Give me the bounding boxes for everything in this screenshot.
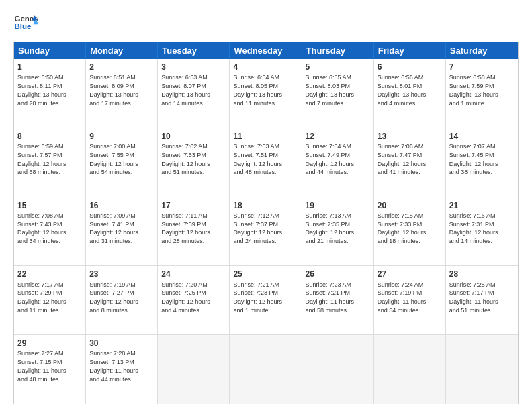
calendar: SundayMondayTuesdayWednesdayThursdayFrid… bbox=[13, 42, 519, 404]
day-info: Sunrise: 6:53 AM Sunset: 8:07 PM Dayligh… bbox=[161, 74, 210, 106]
day-info: Sunrise: 7:04 AM Sunset: 7:49 PM Dayligh… bbox=[306, 143, 355, 175]
weekday-header-saturday: Saturday bbox=[446, 42, 518, 59]
day-info: Sunrise: 7:16 AM Sunset: 7:31 PM Dayligh… bbox=[449, 212, 498, 244]
weekday-header-tuesday: Tuesday bbox=[158, 42, 230, 59]
calendar-cell-19: 19Sunrise: 7:13 AM Sunset: 7:35 PM Dayli… bbox=[302, 197, 374, 266]
day-number: 6 bbox=[378, 62, 442, 73]
svg-text:Blue: Blue bbox=[14, 22, 32, 30]
calendar-cell-28: 28Sunrise: 7:25 AM Sunset: 7:17 PM Dayli… bbox=[446, 266, 518, 334]
day-info: Sunrise: 7:19 AM Sunset: 7:27 PM Dayligh… bbox=[89, 281, 138, 314]
calendar-cell-18: 18Sunrise: 7:12 AM Sunset: 7:37 PM Dayli… bbox=[230, 197, 302, 266]
calendar-cell-empty-4-3 bbox=[230, 335, 302, 404]
day-info: Sunrise: 6:55 AM Sunset: 8:03 PM Dayligh… bbox=[306, 74, 355, 106]
day-info: Sunrise: 7:03 AM Sunset: 7:51 PM Dayligh… bbox=[233, 143, 282, 175]
day-info: Sunrise: 7:25 AM Sunset: 7:17 PM Dayligh… bbox=[449, 281, 498, 314]
calendar-cell-9: 9Sunrise: 7:00 AM Sunset: 7:55 PM Daylig… bbox=[86, 128, 158, 197]
calendar-cell-22: 22Sunrise: 7:17 AM Sunset: 7:29 PM Dayli… bbox=[14, 266, 86, 334]
weekday-header-sunday: Sunday bbox=[14, 42, 86, 59]
day-info: Sunrise: 6:58 AM Sunset: 7:59 PM Dayligh… bbox=[449, 74, 498, 106]
calendar-cell-29: 29Sunrise: 7:27 AM Sunset: 7:15 PM Dayli… bbox=[14, 335, 86, 404]
logo: General Blue bbox=[13, 11, 38, 35]
calendar-cell-6: 6Sunrise: 6:56 AM Sunset: 8:01 PM Daylig… bbox=[374, 59, 446, 128]
day-number: 13 bbox=[378, 131, 442, 142]
day-info: Sunrise: 7:20 AM Sunset: 7:25 PM Dayligh… bbox=[161, 281, 210, 314]
day-info: Sunrise: 7:07 AM Sunset: 7:45 PM Dayligh… bbox=[449, 143, 498, 175]
day-number: 27 bbox=[378, 269, 442, 279]
day-number: 15 bbox=[17, 200, 82, 211]
calendar-row-3: 22Sunrise: 7:17 AM Sunset: 7:29 PM Dayli… bbox=[14, 265, 518, 334]
day-info: Sunrise: 7:23 AM Sunset: 7:21 PM Dayligh… bbox=[306, 281, 355, 314]
day-info: Sunrise: 6:56 AM Sunset: 8:01 PM Dayligh… bbox=[378, 74, 427, 106]
day-info: Sunrise: 7:02 AM Sunset: 7:53 PM Dayligh… bbox=[161, 143, 210, 175]
day-info: Sunrise: 7:17 AM Sunset: 7:29 PM Dayligh… bbox=[17, 281, 66, 314]
calendar-cell-20: 20Sunrise: 7:15 AM Sunset: 7:33 PM Dayli… bbox=[374, 197, 446, 266]
calendar-row-0: 1Sunrise: 6:50 AM Sunset: 8:11 PM Daylig… bbox=[14, 59, 518, 128]
calendar-cell-7: 7Sunrise: 6:58 AM Sunset: 7:59 PM Daylig… bbox=[446, 59, 518, 128]
day-number: 8 bbox=[17, 131, 82, 142]
day-info: Sunrise: 7:13 AM Sunset: 7:35 PM Dayligh… bbox=[306, 212, 355, 244]
day-number: 22 bbox=[17, 269, 82, 279]
calendar-cell-16: 16Sunrise: 7:09 AM Sunset: 7:41 PM Dayli… bbox=[86, 197, 158, 266]
generalblue-logo-icon: General Blue bbox=[13, 11, 38, 35]
day-info: Sunrise: 7:08 AM Sunset: 7:43 PM Dayligh… bbox=[17, 212, 66, 244]
day-info: Sunrise: 7:12 AM Sunset: 7:37 PM Dayligh… bbox=[233, 212, 282, 244]
calendar-cell-empty-4-4 bbox=[302, 335, 374, 404]
calendar-cell-21: 21Sunrise: 7:16 AM Sunset: 7:31 PM Dayli… bbox=[446, 197, 518, 266]
weekday-header-thursday: Thursday bbox=[302, 42, 374, 59]
day-info: Sunrise: 7:11 AM Sunset: 7:39 PM Dayligh… bbox=[161, 212, 210, 244]
day-info: Sunrise: 7:21 AM Sunset: 7:23 PM Dayligh… bbox=[233, 281, 282, 314]
day-number: 10 bbox=[161, 131, 226, 142]
calendar-cell-13: 13Sunrise: 7:06 AM Sunset: 7:47 PM Dayli… bbox=[374, 128, 446, 197]
calendar-cell-2: 2Sunrise: 6:51 AM Sunset: 8:09 PM Daylig… bbox=[86, 59, 158, 128]
calendar-cell-empty-4-5 bbox=[374, 335, 446, 404]
calendar-cell-empty-4-2 bbox=[158, 335, 230, 404]
calendar-cell-empty-4-6 bbox=[446, 335, 518, 404]
day-info: Sunrise: 7:15 AM Sunset: 7:33 PM Dayligh… bbox=[378, 212, 427, 244]
calendar-cell-8: 8Sunrise: 6:59 AM Sunset: 7:57 PM Daylig… bbox=[14, 128, 86, 197]
day-number: 25 bbox=[233, 269, 298, 279]
day-number: 7 bbox=[449, 62, 515, 73]
header: General Blue bbox=[13, 11, 519, 35]
calendar-cell-11: 11Sunrise: 7:03 AM Sunset: 7:51 PM Dayli… bbox=[230, 128, 302, 197]
calendar-cell-23: 23Sunrise: 7:19 AM Sunset: 7:27 PM Dayli… bbox=[86, 266, 158, 334]
day-info: Sunrise: 6:50 AM Sunset: 8:11 PM Dayligh… bbox=[17, 74, 66, 106]
day-number: 30 bbox=[89, 338, 154, 349]
calendar-cell-5: 5Sunrise: 6:55 AM Sunset: 8:03 PM Daylig… bbox=[302, 59, 374, 128]
day-number: 1 bbox=[17, 62, 82, 73]
day-number: 21 bbox=[449, 200, 515, 211]
weekday-header-wednesday: Wednesday bbox=[230, 42, 302, 59]
day-number: 14 bbox=[449, 131, 515, 142]
day-number: 18 bbox=[233, 200, 298, 211]
calendar-cell-30: 30Sunrise: 7:28 AM Sunset: 7:13 PM Dayli… bbox=[86, 335, 158, 404]
calendar-row-2: 15Sunrise: 7:08 AM Sunset: 7:43 PM Dayli… bbox=[14, 197, 518, 266]
calendar-cell-4: 4Sunrise: 6:54 AM Sunset: 8:05 PM Daylig… bbox=[230, 59, 302, 128]
calendar-cell-17: 17Sunrise: 7:11 AM Sunset: 7:39 PM Dayli… bbox=[158, 197, 230, 266]
day-info: Sunrise: 6:51 AM Sunset: 8:09 PM Dayligh… bbox=[89, 74, 138, 106]
page: General Blue SundayMondayTuesdayWednesda… bbox=[0, 0, 532, 411]
day-info: Sunrise: 7:09 AM Sunset: 7:41 PM Dayligh… bbox=[89, 212, 138, 244]
day-number: 20 bbox=[378, 200, 442, 211]
calendar-cell-1: 1Sunrise: 6:50 AM Sunset: 8:11 PM Daylig… bbox=[14, 59, 86, 128]
day-info: Sunrise: 7:24 AM Sunset: 7:19 PM Dayligh… bbox=[378, 281, 427, 314]
day-number: 23 bbox=[89, 269, 154, 279]
calendar-cell-10: 10Sunrise: 7:02 AM Sunset: 7:53 PM Dayli… bbox=[158, 128, 230, 197]
calendar-row-4: 29Sunrise: 7:27 AM Sunset: 7:15 PM Dayli… bbox=[14, 334, 518, 404]
day-info: Sunrise: 7:27 AM Sunset: 7:15 PM Dayligh… bbox=[17, 350, 66, 382]
day-number: 28 bbox=[449, 269, 515, 279]
day-info: Sunrise: 7:06 AM Sunset: 7:47 PM Dayligh… bbox=[378, 143, 427, 175]
weekday-header-monday: Monday bbox=[86, 42, 158, 59]
day-info: Sunrise: 6:59 AM Sunset: 7:57 PM Dayligh… bbox=[17, 143, 66, 175]
calendar-cell-26: 26Sunrise: 7:23 AM Sunset: 7:21 PM Dayli… bbox=[302, 266, 374, 334]
calendar-row-1: 8Sunrise: 6:59 AM Sunset: 7:57 PM Daylig… bbox=[14, 128, 518, 197]
day-number: 9 bbox=[89, 131, 154, 142]
day-number: 4 bbox=[233, 62, 298, 73]
day-info: Sunrise: 7:28 AM Sunset: 7:13 PM Dayligh… bbox=[89, 350, 138, 382]
calendar-body: 1Sunrise: 6:50 AM Sunset: 8:11 PM Daylig… bbox=[14, 59, 518, 404]
day-number: 11 bbox=[233, 131, 298, 142]
day-number: 29 bbox=[17, 338, 82, 349]
calendar-cell-25: 25Sunrise: 7:21 AM Sunset: 7:23 PM Dayli… bbox=[230, 266, 302, 334]
day-number: 24 bbox=[161, 269, 226, 279]
day-number: 26 bbox=[306, 269, 370, 279]
day-number: 5 bbox=[306, 62, 370, 73]
day-info: Sunrise: 7:00 AM Sunset: 7:55 PM Dayligh… bbox=[89, 143, 138, 175]
